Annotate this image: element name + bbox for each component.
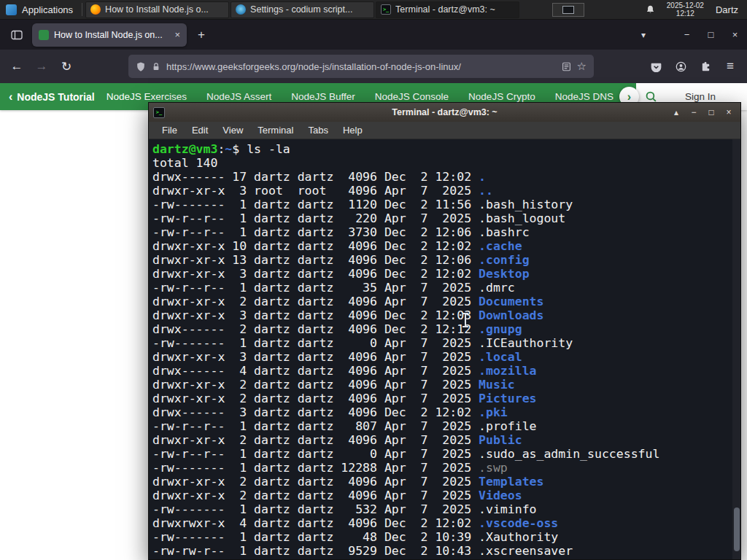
shield-icon[interactable] <box>136 61 146 72</box>
back-button[interactable]: ← <box>4 55 29 78</box>
file-name: .Xauthority <box>479 530 558 544</box>
file-name: .dmrc <box>479 281 515 295</box>
user-menu[interactable]: Dartz <box>716 4 738 15</box>
terminal-output-line: -rw------- 1 dartz dartz 48 Dec 2 10:39 … <box>152 530 740 544</box>
file-meta: drwx------ 4 dartz dartz 4096 Apr 7 2025 <box>152 364 479 378</box>
taskbar-window-terminal[interactable]: >_ Terminal - dartz@vm3: ~ <box>376 1 519 18</box>
terminal-output-line: -rw-r--r-- 1 dartz dartz 0 Apr 7 2025 .s… <box>152 447 740 461</box>
file-name: .gnupg <box>479 322 522 336</box>
scrollbar[interactable] <box>732 139 740 559</box>
reload-button[interactable]: ↻ <box>54 55 79 78</box>
search-icon[interactable] <box>645 90 657 103</box>
workspace-switcher[interactable] <box>552 3 584 17</box>
mouse-cursor <box>465 314 466 326</box>
file-meta: drwxr-xr-x 2 dartz dartz 4096 Apr 7 2025 <box>152 392 479 405</box>
firefox-view-button[interactable] <box>6 24 28 46</box>
extensions-icon[interactable] <box>693 55 718 78</box>
applications-menu[interactable]: Applications <box>0 0 82 19</box>
prompt-path: ~ <box>225 142 232 156</box>
maximize-button[interactable]: □ <box>699 20 723 50</box>
nav-item-assert[interactable]: NodeJS Assert <box>206 91 271 102</box>
clock-date: 2025-12-02 <box>667 1 704 9</box>
separator <box>82 3 82 16</box>
rollup-button[interactable]: ▴ <box>669 105 684 120</box>
new-tab-button[interactable]: + <box>191 25 212 45</box>
account-icon[interactable] <box>668 55 693 78</box>
terminal-output-line: drwx------ 3 dartz dartz 4096 Dec 2 12:0… <box>152 405 740 419</box>
browser-tab[interactable]: How to Install Node.js on... × <box>32 23 187 47</box>
terminal-close-button[interactable]: × <box>721 105 736 120</box>
sign-in-button[interactable]: Sign In <box>685 91 716 102</box>
file-name: Pictures <box>479 392 536 405</box>
minimize-button[interactable]: − <box>675 20 699 50</box>
terminal-output-line: drwxr-xr-x 10 dartz dartz 4096 Dec 2 12:… <box>152 239 740 253</box>
list-all-tabs-icon[interactable]: ▾ <box>632 30 654 40</box>
terminal-output-line: drwxr-xr-x 3 dartz dartz 4096 Dec 2 12:0… <box>152 267 740 281</box>
file-meta: drwxr-xr-x 13 dartz dartz 4096 Dec 2 12:… <box>152 253 479 267</box>
file-meta: -rw------- 1 dartz dartz 532 Apr 7 2025 <box>152 502 479 516</box>
pocket-icon[interactable] <box>643 55 668 78</box>
menu-tabs[interactable]: Tabs <box>301 125 335 136</box>
close-button[interactable]: × <box>723 20 747 50</box>
terminal-output-line: -rw-rw-r-- 1 dartz dartz 9529 Dec 2 10:4… <box>152 544 740 558</box>
nav-back-link[interactable]: ‹ NodeJS Tutorial <box>0 90 107 104</box>
reader-view-icon[interactable] <box>562 62 571 71</box>
terminal-output-line: drwx------ 17 dartz dartz 4096 Dec 2 12:… <box>152 170 740 184</box>
chevron-left-icon: ‹ <box>9 90 12 104</box>
bookmark-star-icon[interactable]: ☆ <box>577 60 587 73</box>
terminal-output-line: -rw-r--r-- 1 dartz dartz 807 Apr 7 2025 … <box>152 419 740 433</box>
terminal-minimize-button[interactable]: − <box>686 105 701 120</box>
terminal-output-line: -rw-r--r-- 1 dartz dartz 3730 Dec 2 12:0… <box>152 225 740 239</box>
file-name: Videos <box>479 489 522 502</box>
nav-item-dns[interactable]: NodeJS DNS <box>555 91 614 102</box>
tab-close-icon[interactable]: × <box>174 29 180 40</box>
terminal-titlebar[interactable]: >_ Terminal - dartz@vm3: ~ ▴ − □ × <box>149 103 740 122</box>
file-meta: -rw-r--r-- 1 dartz dartz 3730 Dec 2 12:0… <box>152 225 479 239</box>
notifications-bell-icon[interactable] <box>646 4 655 15</box>
url-text[interactable]: https://www.geeksforgeeks.org/node-js/in… <box>166 61 556 72</box>
taskbar: Applications How to Install Node.js o...… <box>0 0 747 20</box>
terminal-output-line: drwxr-xr-x 3 dartz dartz 4096 Apr 7 2025… <box>152 350 740 364</box>
clock[interactable]: 2025-12-02 12:12 <box>667 1 704 18</box>
file-name: Public <box>479 433 522 447</box>
menu-file[interactable]: File <box>155 125 185 136</box>
file-name: .sudo_as_admin_successful <box>479 447 659 461</box>
file-meta: drwxr-xr-x 2 dartz dartz 4096 Apr 7 2025 <box>152 433 479 447</box>
file-name: Templates <box>479 475 543 489</box>
nav-item-exercises[interactable]: NodeJS Exercises <box>107 91 187 102</box>
file-meta: drwxr-xr-x 2 dartz dartz 4096 Apr 7 2025 <box>152 489 479 502</box>
terminal-output-line: drwxr-xr-x 3 dartz dartz 4096 Dec 2 12:0… <box>152 308 740 322</box>
menu-terminal[interactable]: Terminal <box>250 125 301 136</box>
taskbar-window-browser[interactable]: How to Install Node.js o... <box>85 1 229 18</box>
file-name: .bash_logout <box>479 211 565 225</box>
menu-help[interactable]: Help <box>336 125 370 136</box>
browser-toolbar: ← → ↻ https://www.geeksforgeeks.org/node… <box>0 50 747 83</box>
terminal-window-controls: ▴ − □ × <box>669 105 736 120</box>
nav-item-console[interactable]: NodeJS Console <box>375 91 449 102</box>
file-name: Desktop <box>479 267 530 281</box>
prompt-symbol: $ <box>232 142 247 156</box>
nav-item-crypto[interactable]: NodeJS Crypto <box>468 91 535 102</box>
file-name: .mozilla <box>479 364 536 378</box>
terminal-output[interactable]: dartz@vm3:~$ ls -la total 140 drwx------… <box>149 139 740 559</box>
terminal-output-line: -rw------- 1 dartz dartz 0 Apr 7 2025 .I… <box>152 336 740 350</box>
file-meta: drwxr-xr-x 3 dartz dartz 4096 Dec 2 12:0… <box>152 308 479 322</box>
menu-icon[interactable]: ≡ <box>718 55 743 78</box>
desktop: Applications How to Install Node.js o...… <box>0 0 747 560</box>
file-meta: drwxr-xr-x 3 root root 4096 Apr 7 2025 <box>152 184 479 198</box>
menu-view[interactable]: View <box>215 125 250 136</box>
forward-button[interactable]: → <box>29 55 54 78</box>
terminal-maximize-button[interactable]: □ <box>704 105 719 120</box>
nav-item-buffer[interactable]: NodeJS Buffer <box>291 91 355 102</box>
url-bar[interactable]: https://www.geeksforgeeks.org/node-js/in… <box>128 55 594 78</box>
lock-icon[interactable] <box>152 61 160 71</box>
scrollbar-thumb[interactable] <box>734 508 740 551</box>
file-meta: drwxr-xr-x 10 dartz dartz 4096 Dec 2 12:… <box>152 239 479 253</box>
file-meta: -rw------- 1 dartz dartz 48 Dec 2 10:39 <box>152 530 479 544</box>
taskbar-window-settings[interactable]: Settings - codium script... <box>231 1 374 18</box>
terminal-output-line: drwx------ 2 dartz dartz 4096 Dec 2 12:1… <box>152 322 740 336</box>
file-name: .local <box>479 350 522 364</box>
file-meta: -rw-rw-r-- 1 dartz dartz 9529 Dec 2 10:4… <box>152 544 479 558</box>
terminal-output-line: drwx------ 4 dartz dartz 4096 Apr 7 2025… <box>152 364 740 378</box>
menu-edit[interactable]: Edit <box>185 125 215 136</box>
